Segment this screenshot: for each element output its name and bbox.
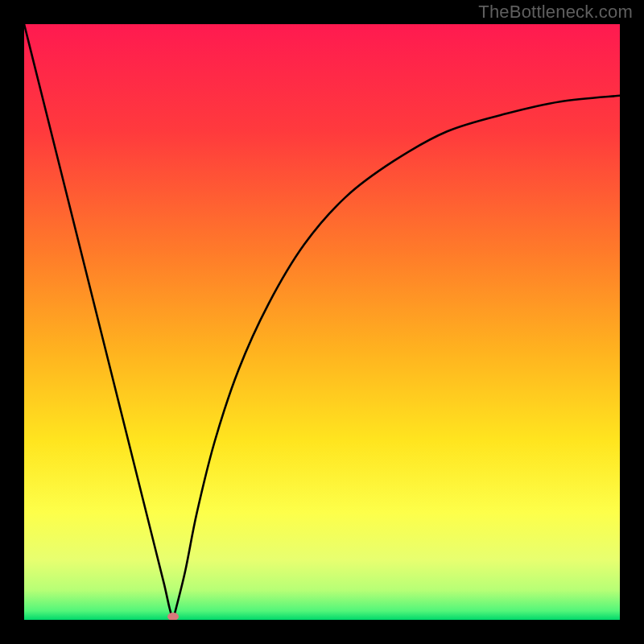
chart-frame: TheBottleneck.com <box>0 0 644 644</box>
plot-area <box>24 24 620 620</box>
watermark-text: TheBottleneck.com <box>478 2 633 23</box>
min-point-marker <box>167 613 179 620</box>
bottleneck-curve <box>24 24 620 620</box>
